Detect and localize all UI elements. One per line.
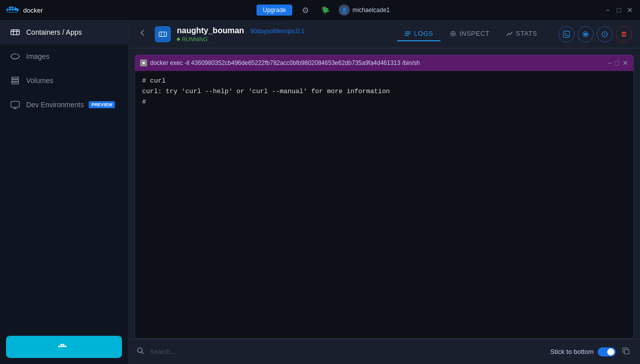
- containers-icon: [9, 27, 21, 37]
- docker-logo: docker: [6, 5, 43, 15]
- titlebar: docker Upgrade ⚙ 🪲 👤 michaelcade1 − □ ✕: [0, 0, 640, 20]
- dev-environments-label: Dev Environments: [26, 101, 84, 109]
- terminal-window-controls: − □ ✕: [608, 59, 628, 67]
- svg-rect-9: [58, 346, 60, 347]
- container-header: naughty_bouman 90daysofdevops:0.1 RUNNIN…: [129, 20, 640, 48]
- terminal-icon: ■: [140, 59, 147, 66]
- dev-environments-icon: [9, 100, 21, 110]
- svg-rect-11: [62, 346, 65, 347]
- terminal-title-left: ■ docker exec -it 4360980352cb496de65222…: [140, 59, 420, 66]
- tab-inspect[interactable]: INSPECT: [442, 27, 497, 41]
- status-text: RUNNING: [182, 36, 208, 42]
- back-button[interactable]: [137, 27, 149, 41]
- container-status: RUNNING: [177, 36, 391, 42]
- sidebar-item-containers[interactable]: Containers / Apps: [0, 20, 128, 44]
- exec-button[interactable]: [558, 26, 574, 42]
- svg-rect-20: [584, 33, 587, 35]
- images-label: Images: [26, 52, 49, 60]
- container-name: naughty_bouman: [177, 26, 244, 35]
- avatar: 👤: [339, 5, 350, 16]
- svg-rect-15: [159, 32, 167, 36]
- container-icon: [155, 26, 171, 42]
- delete-button[interactable]: [616, 26, 632, 42]
- terminal-title: docker exec -it 4360980352cb496de65222fb…: [150, 59, 420, 66]
- terminal-line-3: #: [142, 97, 626, 108]
- containers-label: Containers / Apps: [26, 28, 82, 36]
- terminal-minimize-button[interactable]: −: [608, 59, 612, 67]
- images-icon: [9, 51, 21, 61]
- preview-badge: PREVIEW: [89, 101, 115, 108]
- docker-logo-icon: [6, 5, 20, 15]
- svg-rect-3: [9, 7, 11, 9]
- stick-to-bottom-toggle[interactable]: [598, 347, 616, 356]
- volumes-label: Volumes: [26, 77, 53, 85]
- sidebar: Containers / Apps Images Volumes: [0, 20, 129, 364]
- titlebar-actions: Upgrade ⚙ 🪲 👤 michaelcade1: [257, 3, 390, 17]
- search-input[interactable]: [150, 348, 545, 355]
- content-area: naughty_bouman 90daysofdevops:0.1 RUNNIN…: [129, 20, 640, 364]
- svg-rect-10: [60, 346, 62, 347]
- docker-dashboard-button[interactable]: [6, 336, 122, 358]
- bug-button[interactable]: 🪲: [318, 3, 333, 17]
- docker-logo-text: docker: [23, 7, 43, 14]
- window-controls: − □ ✕: [604, 6, 634, 14]
- svg-rect-6: [11, 30, 20, 35]
- terminal-window[interactable]: ■ docker exec -it 4360980352cb496de65222…: [135, 54, 634, 339]
- tabs-bar: LOGS INSPECT STATS: [397, 27, 544, 41]
- container-info: naughty_bouman 90daysofdevops:0.1 RUNNIN…: [177, 26, 391, 42]
- terminal-line-1: # curl: [142, 76, 626, 87]
- svg-rect-1: [9, 9, 11, 11]
- svg-rect-2: [12, 9, 14, 11]
- terminal-maximize-button[interactable]: □: [615, 59, 619, 67]
- sidebar-bottom: [0, 330, 128, 364]
- svg-rect-13: [62, 344, 65, 345]
- terminal-close-button[interactable]: ✕: [622, 59, 628, 67]
- svg-point-17: [452, 33, 454, 35]
- stick-to-bottom-section: Stick to bottom: [550, 345, 632, 359]
- terminal-wrapper: ■ docker exec -it 4360980352cb496de65222…: [129, 48, 640, 339]
- user-section: 👤 michaelcade1: [339, 5, 390, 16]
- svg-rect-0: [7, 9, 9, 11]
- bottom-bar: Stick to bottom: [129, 339, 640, 364]
- upgrade-button[interactable]: Upgrade: [257, 5, 292, 16]
- svg-rect-22: [622, 33, 626, 36]
- svg-rect-14: [65, 346, 67, 347]
- svg-rect-4: [12, 7, 14, 9]
- sidebar-item-images[interactable]: Images: [0, 44, 128, 68]
- restart-button[interactable]: [597, 26, 613, 42]
- action-buttons: [558, 26, 632, 42]
- settings-button[interactable]: ⚙: [298, 3, 312, 17]
- main-layout: Containers / Apps Images Volumes: [0, 20, 640, 364]
- maximize-button[interactable]: □: [615, 6, 623, 14]
- sidebar-item-volumes[interactable]: Volumes: [0, 68, 128, 93]
- svg-rect-24: [624, 349, 629, 354]
- container-name-row: naughty_bouman 90daysofdevops:0.1: [177, 26, 391, 35]
- username: michaelcade1: [353, 7, 390, 14]
- terminal-body[interactable]: # curl curl: try 'curl --help' or 'curl …: [135, 71, 633, 338]
- close-button[interactable]: ✕: [626, 6, 634, 14]
- terminal-line-2: curl: try 'curl --help' or 'curl --manua…: [142, 87, 626, 97]
- svg-rect-8: [11, 101, 20, 107]
- search-icon: [137, 347, 145, 357]
- status-dot: [177, 38, 180, 41]
- stick-to-bottom-label: Stick to bottom: [550, 348, 594, 355]
- minimize-button[interactable]: −: [604, 6, 612, 14]
- volumes-icon: [9, 76, 21, 86]
- sidebar-item-dev-environments[interactable]: Dev Environments PREVIEW: [0, 93, 128, 117]
- tab-logs[interactable]: LOGS: [397, 27, 440, 41]
- stop-button[interactable]: [578, 26, 594, 42]
- svg-rect-12: [60, 344, 62, 345]
- terminal-titlebar: ■ docker exec -it 4360980352cb496de65222…: [135, 55, 633, 71]
- container-tag: 90daysofdevops:0.1: [250, 28, 304, 35]
- toggle-thumb: [607, 348, 614, 355]
- tab-stats[interactable]: STATS: [499, 27, 544, 41]
- copy-button[interactable]: [620, 345, 632, 359]
